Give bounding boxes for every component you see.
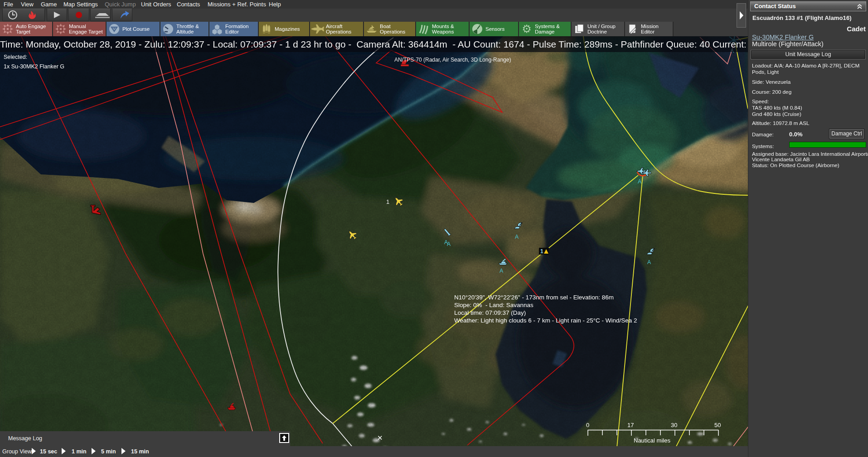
svg-text:A: A — [447, 241, 451, 247]
svg-text:Weather: Light high clouds 6 -: Weather: Light high clouds 6 - 7 km - Li… — [454, 317, 637, 324]
svg-text:30: 30 — [671, 422, 677, 428]
svg-text:AN/TPS-70 (Radar, Air Search,: AN/TPS-70 (Radar, Air Search, 3D Long-Ra… — [394, 57, 511, 63]
svg-text:A: A — [499, 268, 503, 274]
svg-text:Slope: 0% - Land: Savannas: Slope: 0% - Land: Savannas — [454, 302, 533, 308]
svg-text:A: A — [638, 178, 641, 185]
svg-text:A: A — [515, 234, 519, 240]
svg-text:N10°20'39", W72°22'26" - 173nm: N10°20'39", W72°22'26" - 173nm from sel … — [454, 294, 614, 301]
svg-text:Local time: 07:09:37 (Day): Local time: 07:09:37 (Day) — [454, 309, 526, 316]
svg-text:17: 17 — [627, 422, 634, 428]
svg-text:1: 1 — [540, 248, 543, 255]
svg-text:A: A — [647, 259, 651, 265]
svg-text:50: 50 — [714, 422, 721, 428]
svg-text:0: 0 — [586, 422, 589, 428]
svg-text:1: 1 — [386, 198, 389, 205]
svg-text:Nautical miles: Nautical miles — [634, 437, 670, 444]
svg-text:✕: ✕ — [377, 434, 383, 442]
